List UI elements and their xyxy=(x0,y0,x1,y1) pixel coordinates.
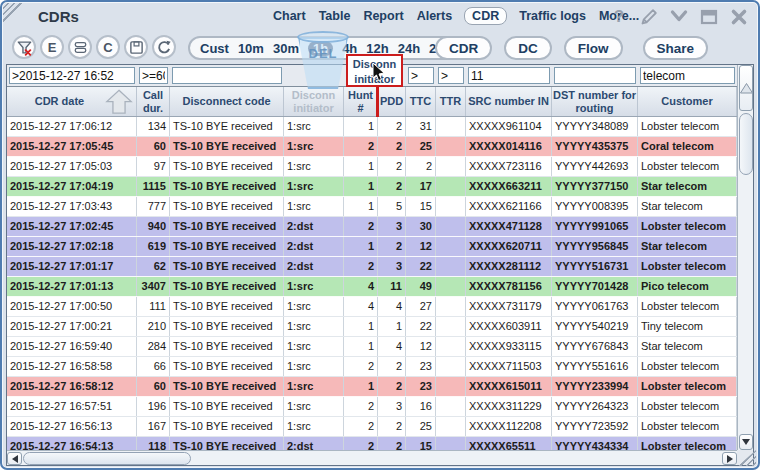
filter-input-ttr[interactable] xyxy=(438,67,464,84)
filter-input-ttc[interactable] xyxy=(408,67,434,84)
mouse-cursor xyxy=(372,62,386,81)
column-header-cdr_date[interactable]: CDR date xyxy=(7,87,137,116)
table-row[interactable]: 2015-12-27 17:06:12134TS-10 BYE received… xyxy=(7,117,737,137)
scroll-down-button[interactable] xyxy=(739,434,753,450)
refresh-button[interactable] xyxy=(152,35,176,59)
table-row[interactable]: 2015-12-27 17:01:1762TS-10 BYE received2… xyxy=(7,257,737,277)
column-header-disconn_initiator[interactable]: Disconn initiator xyxy=(284,87,344,116)
cell-call_dur: 62 xyxy=(137,257,170,276)
column-header-ttr[interactable]: TTR xyxy=(436,87,466,116)
table-row[interactable]: 2015-12-27 16:59:40284TS-10 BYE received… xyxy=(7,337,737,357)
cell-disconn_initiator: 1:src xyxy=(284,137,344,156)
column-header-hunt[interactable]: Hunt # xyxy=(344,87,378,116)
resize-grip-topleft[interactable] xyxy=(3,3,25,25)
time-range-30m[interactable]: 30m xyxy=(273,41,299,56)
menu-item-chart[interactable]: Chart xyxy=(272,8,307,24)
cell-ttc: 17 xyxy=(406,177,436,196)
table-row[interactable]: 2015-12-27 17:02:18619TS-10 BYE received… xyxy=(7,237,737,257)
column-header-dst_number_routing[interactable]: DST number for routing xyxy=(552,87,638,116)
cell-src_number_in: XXXXX621166 xyxy=(466,197,552,216)
filter-input-disconnect_code[interactable] xyxy=(172,67,282,84)
filter-cell-src_number_in xyxy=(466,65,552,86)
time-range-cust[interactable]: Cust xyxy=(200,41,229,56)
cell-call_dur: 210 xyxy=(137,317,170,336)
scroll-right-button[interactable] xyxy=(722,452,737,465)
table-row[interactable]: 2015-12-27 17:03:43777TS-10 BYE received… xyxy=(7,197,737,217)
table-row[interactable]: 2015-12-27 16:54:13118TS-10 BYE received… xyxy=(7,437,737,450)
columns-button[interactable]: C xyxy=(96,35,120,59)
cell-ttr xyxy=(436,297,466,316)
menu-item-alerts[interactable]: Alerts xyxy=(416,8,453,24)
filter-input-src_number_in[interactable] xyxy=(468,67,550,84)
help-icon[interactable]: ? xyxy=(608,6,630,28)
table-row[interactable]: 2015-12-27 16:57:51196TS-10 BYE received… xyxy=(7,397,737,417)
horizontal-scroll-track[interactable] xyxy=(191,451,722,465)
column-header-customer[interactable]: Customer xyxy=(638,87,737,116)
cell-call_dur: 60 xyxy=(137,377,170,396)
cell-disconnect_code: TS-10 BYE received xyxy=(170,197,284,216)
cell-dst_number_routing: YYYYY233994 xyxy=(552,377,638,396)
filter-clear-button[interactable] xyxy=(12,35,36,59)
time-range-10m[interactable]: 10m xyxy=(238,41,264,56)
dc-button[interactable]: DC xyxy=(504,36,552,60)
table-row[interactable]: 2015-12-27 17:00:21210TS-10 BYE received… xyxy=(7,317,737,337)
cdr-button[interactable]: CDR xyxy=(435,36,492,60)
cell-cdr_date: 2015-12-27 17:05:45 xyxy=(7,137,137,156)
table-row[interactable]: 2015-12-27 16:58:1260TS-10 BYE received1… xyxy=(7,377,737,397)
column-header-call_dur[interactable]: Call dur. xyxy=(137,87,170,116)
edit-icon[interactable] xyxy=(638,6,660,28)
cell-src_number_in: XXXXX014116 xyxy=(466,137,552,156)
column-label-cdr_date: CDR date xyxy=(35,95,109,108)
cell-disconn_initiator: 1:src xyxy=(284,357,344,376)
table-row[interactable]: 2015-12-27 16:56:13167TS-10 BYE received… xyxy=(7,417,737,437)
maximize-icon[interactable] xyxy=(698,6,720,28)
column-header-src_number_in[interactable]: SRC number IN xyxy=(466,87,552,116)
menu-item-report[interactable]: Report xyxy=(362,8,404,24)
menu-item-table[interactable]: Table xyxy=(318,8,352,24)
cell-disconn_initiator: 1:src xyxy=(284,317,344,336)
cell-cdr_date: 2015-12-27 17:05:03 xyxy=(7,157,137,176)
cell-ttr xyxy=(436,157,466,176)
collapse-icon[interactable] xyxy=(668,6,690,28)
cell-ttc: 22 xyxy=(406,317,436,336)
cell-customer: Lobster telecom xyxy=(638,257,737,276)
filter-input-cdr_date[interactable] xyxy=(9,67,135,84)
window-controls: ? xyxy=(608,6,750,28)
table-row[interactable]: 2015-12-27 17:05:4560TS-10 BYE received1… xyxy=(7,137,737,157)
vertical-scroll-thumb[interactable] xyxy=(739,113,753,175)
cell-call_dur: 619 xyxy=(137,237,170,256)
scroll-up-button[interactable] xyxy=(739,65,753,111)
column-header-pdd[interactable]: PDD xyxy=(378,87,406,116)
column-header-ttc[interactable]: TTC xyxy=(406,87,436,116)
time-range-1h[interactable]: 1h xyxy=(308,41,333,56)
cell-disconnect_code: TS-10 BYE received xyxy=(170,397,284,416)
table-row[interactable]: 2015-12-27 17:01:133407TS-10 BYE receive… xyxy=(7,277,737,297)
table-row[interactable]: 2015-12-27 16:58:5866TS-10 BYE received1… xyxy=(7,357,737,377)
horizontal-scroll-thumb[interactable] xyxy=(23,452,191,465)
menu-item-traffic-logs[interactable]: Traffic logs xyxy=(518,8,587,24)
export-button[interactable]: E xyxy=(40,35,64,59)
filter-input-customer[interactable] xyxy=(640,67,735,84)
close-icon[interactable] xyxy=(728,6,750,28)
column-header-disconnect_code[interactable]: Disconnect code xyxy=(170,87,284,116)
table-row[interactable]: 2015-12-27 17:00:50111TS-10 BYE received… xyxy=(7,297,737,317)
column-label-hunt: Hunt # xyxy=(344,89,377,114)
cell-customer: Lobster telecom xyxy=(638,117,737,136)
cell-call_dur: 3407 xyxy=(137,277,170,296)
filter-input-call_dur[interactable] xyxy=(139,67,168,84)
table-row[interactable]: 2015-12-27 17:04:191115TS-10 BYE receive… xyxy=(7,177,737,197)
cell-disconn_initiator: 1:src xyxy=(284,117,344,136)
flow-button[interactable]: Flow xyxy=(564,36,623,60)
cell-src_number_in: XXXXX711503 xyxy=(466,357,552,376)
share-button[interactable]: Share xyxy=(643,36,709,60)
menu-item-cdr[interactable]: CDR xyxy=(464,7,507,25)
vertical-scroll-track[interactable] xyxy=(738,175,753,434)
cell-ttc: 30 xyxy=(406,217,436,236)
rows-view-button[interactable] xyxy=(68,35,92,59)
table-row[interactable]: 2015-12-27 17:05:0397TS-10 BYE received1… xyxy=(7,157,737,177)
save-button[interactable] xyxy=(124,35,148,59)
filter-input-dst_number_routing[interactable] xyxy=(554,67,636,84)
table-row[interactable]: 2015-12-27 17:02:45940TS-10 BYE received… xyxy=(7,217,737,237)
cell-hunt: 2 xyxy=(344,397,378,416)
scroll-left-button[interactable] xyxy=(7,452,22,465)
